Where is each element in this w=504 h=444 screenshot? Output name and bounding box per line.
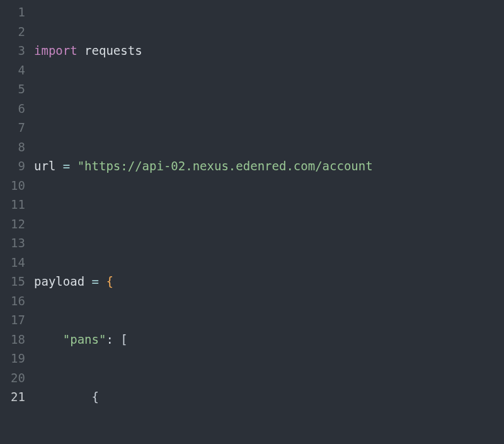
brace: { (92, 390, 99, 404)
code-line[interactable]: { (34, 387, 504, 407)
line-number: 20 (0, 368, 25, 388)
code-line[interactable]: url = "https://api-02.nexus.edenred.com/… (34, 156, 504, 176)
code-area[interactable]: import requests url = "https://api-02.ne… (34, 3, 504, 444)
variable: payload (34, 274, 92, 288)
line-number: 17 (0, 310, 25, 330)
brace: { (106, 274, 113, 288)
variable: url (34, 159, 63, 173)
line-number: 18 (0, 330, 25, 349)
line-number: 19 (0, 349, 25, 368)
line-number: 1 (0, 3, 25, 22)
module-name: requests (77, 44, 142, 57)
dict-key: "pans" (63, 332, 106, 346)
line-number: 13 (0, 233, 25, 253)
code-line[interactable] (34, 99, 504, 119)
line-number-current: 21 (0, 387, 25, 407)
keyword-import: import (34, 44, 77, 57)
line-number-gutter: 1 2 3 4 5 6 7 8 9 10 11 12 13 14 15 16 1… (0, 3, 34, 444)
line-number: 11 (0, 195, 25, 214)
bracket: [ (120, 332, 127, 346)
line-number: 15 (0, 272, 25, 291)
line-number: 8 (0, 137, 25, 157)
line-number: 9 (0, 156, 25, 176)
line-number: 2 (0, 22, 25, 42)
code-line[interactable]: import requests (34, 41, 504, 61)
colon: : (106, 332, 120, 346)
line-number: 10 (0, 176, 25, 196)
operator: = (92, 274, 106, 288)
line-number: 6 (0, 99, 25, 119)
line-number: 5 (0, 79, 25, 99)
code-editor[interactable]: 1 2 3 4 5 6 7 8 9 10 11 12 13 14 15 16 1… (0, 0, 504, 444)
line-number: 3 (0, 41, 25, 61)
line-number: 12 (0, 214, 25, 234)
code-line[interactable]: payload = { (34, 272, 504, 291)
line-number: 4 (0, 61, 25, 80)
code-line[interactable] (34, 214, 504, 234)
line-number: 14 (0, 253, 25, 272)
code-line[interactable]: "pans": [ (34, 330, 504, 349)
line-number: 7 (0, 118, 25, 137)
line-number: 16 (0, 291, 25, 311)
operator: = (63, 159, 77, 173)
string: "https://api-02.nexus.edenred.com/accoun… (77, 159, 373, 173)
